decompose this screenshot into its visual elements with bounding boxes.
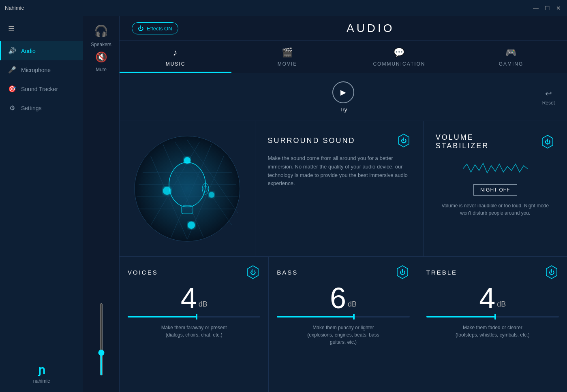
- sidebar-label-microphone: Microphone: [21, 67, 51, 73]
- gaming-tab-icon: 🎮: [505, 47, 517, 58]
- power-icon: ⏻: [138, 25, 143, 32]
- sphere-svg: [131, 132, 244, 245]
- svg-point-16: [169, 162, 205, 207]
- voices-power-icon: ⏻: [250, 269, 256, 275]
- microphone-icon: 🎤: [8, 66, 16, 74]
- middle-panels-row: SURROUND SOUND ⏻ Make the sound come fro…: [120, 121, 567, 257]
- sidebar-item-sound-tracker[interactable]: 🎯 Sound Tracker: [0, 79, 83, 98]
- bass-slider: [277, 316, 409, 317]
- tab-communication[interactable]: 💬 COMMUNICATION: [343, 41, 455, 73]
- audio-icon: 🔊: [8, 47, 16, 55]
- tab-movie[interactable]: 🎬 MOVIE: [231, 41, 343, 73]
- minimize-button[interactable]: —: [532, 4, 539, 12]
- vs-power-button[interactable]: ⏻: [540, 134, 555, 149]
- speakers-icon: 🎧: [94, 24, 108, 38]
- bass-power-icon: ⏻: [400, 269, 405, 275]
- music-tab-icon: ♪: [173, 47, 178, 58]
- close-button[interactable]: ✕: [555, 4, 562, 12]
- svg-point-18: [202, 183, 209, 194]
- volume-stabilizer-panel: VOLUME STABILIZER ⏻: [423, 121, 567, 256]
- communication-tab-label: COMMUNICATION: [373, 61, 425, 67]
- vs-power-icon: ⏻: [545, 138, 550, 145]
- voices-power-button[interactable]: ⏻: [246, 265, 260, 279]
- reset-icon: ↩: [545, 89, 552, 98]
- settings-icon: ⚙: [8, 104, 16, 112]
- treble-slider-fill: [426, 316, 495, 317]
- reset-label: Reset: [542, 100, 555, 106]
- sidebar-item-microphone[interactable]: 🎤 Microphone: [0, 60, 83, 79]
- effects-on-button[interactable]: ⏻ Effects ON: [132, 22, 178, 34]
- sidebar-item-settings[interactable]: ⚙ Settings: [0, 98, 83, 117]
- treble-slider: [426, 316, 559, 317]
- try-button[interactable]: ▶ Try: [332, 81, 354, 113]
- try-reset-bar: ▶ Try ↩ Reset: [120, 73, 567, 121]
- nahimic-logo-text: nahimic: [33, 378, 50, 384]
- app-title: Nahimic: [5, 5, 24, 11]
- voices-slider: [128, 316, 260, 317]
- voices-slider-fill: [128, 316, 197, 317]
- vs-title: VOLUME STABILIZER: [436, 133, 489, 150]
- app-container: ☰ 🔊 Audio 🎤 Microphone 🎯 Sound Tracker ⚙…: [0, 16, 567, 392]
- speakers-panel: 🎧 Speakers 🔇 Mute: [83, 16, 120, 392]
- voices-description: Make them faraway or present(dialogs, ch…: [161, 324, 227, 339]
- surround-sound-description: Make the sound come from all around you …: [267, 154, 411, 188]
- svg-rect-17: [182, 206, 193, 214]
- sidebar-item-audio[interactable]: 🔊 Audio: [0, 41, 83, 60]
- speakers-slider-container: [100, 303, 103, 384]
- voices-slider-thumb[interactable]: [196, 314, 197, 320]
- surround-sound-header: SURROUND SOUND ⏻: [267, 133, 411, 148]
- voices-title: VOICES: [128, 269, 158, 276]
- sidebar-label-audio: Audio: [21, 48, 36, 54]
- communication-tab-icon: 💬: [394, 47, 405, 58]
- voices-slider-track: [128, 316, 260, 317]
- movie-tab-label: MOVIE: [278, 61, 297, 67]
- speakers-mute-icon[interactable]: 🔇: [95, 51, 107, 63]
- svg-point-15: [188, 222, 195, 229]
- surround-sound-title: SURROUND SOUND: [267, 136, 355, 145]
- sphere-panel: [120, 121, 255, 256]
- speakers-label: Speakers: [91, 42, 111, 47]
- treble-slider-thumb[interactable]: [494, 314, 496, 320]
- music-tab-label: MUSIC: [166, 61, 186, 67]
- reset-button[interactable]: ↩ Reset: [542, 89, 555, 106]
- bass-title: BASS: [277, 269, 298, 276]
- speakers-mute-label: Mute: [96, 67, 107, 72]
- svg-point-14: [209, 192, 214, 198]
- main-header: ⏻ Effects ON AUDIO: [120, 16, 567, 41]
- treble-panel: TREBLE ⏻ 4dB: [418, 257, 567, 392]
- try-label: Try: [340, 107, 347, 113]
- tab-gaming[interactable]: 🎮 GAMING: [455, 41, 567, 73]
- tab-music[interactable]: ♪ MUSIC: [120, 41, 231, 73]
- treble-value: 4dB: [479, 283, 506, 313]
- bass-power-button[interactable]: ⏻: [395, 265, 410, 279]
- sound-tracker-icon: 🎯: [8, 85, 16, 93]
- bass-header: BASS ⏻: [277, 265, 409, 279]
- menu-icon[interactable]: ☰: [0, 20, 83, 41]
- vs-header: VOLUME STABILIZER ⏻: [436, 133, 555, 150]
- bottom-panels: VOICES ⏻ 4dB: [120, 257, 567, 392]
- window-controls: — ☐ ✕: [532, 4, 562, 12]
- treble-slider-track: [426, 316, 559, 317]
- treble-title: TREBLE: [426, 269, 457, 276]
- effects-label: Effects ON: [147, 26, 172, 32]
- main-content: ⏻ Effects ON AUDIO ♪ MUSIC 🎬 MOVIE 💬 COM…: [120, 16, 567, 392]
- treble-power-button[interactable]: ⏻: [544, 265, 559, 279]
- surround-sound-panel: SURROUND SOUND ⏻ Make the sound come fro…: [255, 121, 423, 256]
- treble-unit: dB: [497, 300, 506, 308]
- treble-power-icon: ⏻: [549, 269, 554, 275]
- nahimic-logo-symbol: ɲ: [38, 363, 45, 377]
- titlebar: Nahimic — ☐ ✕: [0, 0, 567, 16]
- treble-header: TREBLE ⏻: [426, 265, 559, 279]
- sidebar-label-sound-tracker: Sound Tracker: [21, 86, 58, 92]
- bass-slider-fill: [277, 316, 354, 317]
- bass-slider-thumb[interactable]: [353, 314, 355, 320]
- night-mode-button[interactable]: NIGHT OFF: [473, 184, 517, 196]
- speakers-volume-slider[interactable]: [100, 303, 103, 376]
- content-area: ▶ Try ↩ Reset: [120, 73, 567, 392]
- maximize-button[interactable]: ☐: [543, 4, 551, 12]
- movie-tab-icon: 🎬: [282, 47, 293, 58]
- bass-panel: BASS ⏻ 6dB: [269, 257, 418, 392]
- surround-sound-power-button[interactable]: ⏻: [396, 133, 411, 148]
- bass-value: 6dB: [330, 283, 357, 313]
- waveform-visualization: [436, 161, 555, 177]
